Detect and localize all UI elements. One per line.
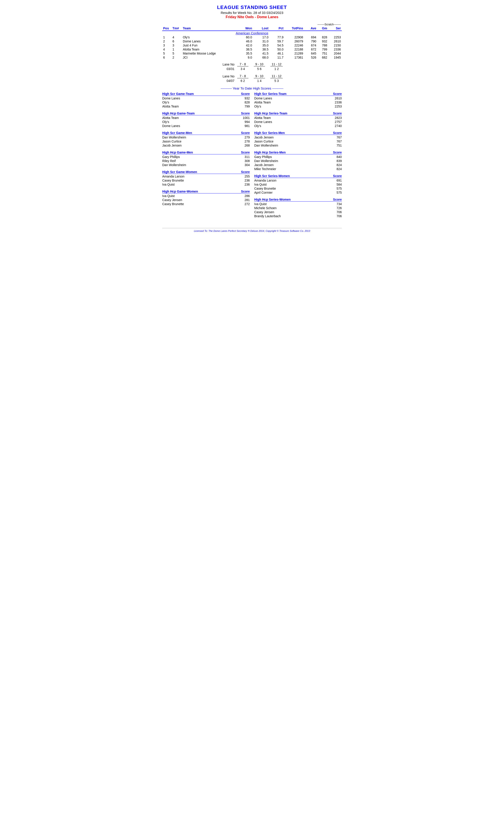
cell-team: Alotta Team (182, 47, 237, 51)
standings-table: --------Scratch-------- Pos Tm# Team Won… (162, 23, 342, 59)
right-section-4-title: High Scr Series-Women (254, 174, 290, 178)
table-row: 5 5 Marinette Moose Lodge 35.5 41.5 46.1… (162, 51, 342, 55)
right-section-5-title: High Hcp Series-Women (254, 198, 291, 201)
score-value: 839 (337, 159, 342, 163)
score-name: Iva Quist (162, 194, 175, 198)
score-entry: Oly's 2253 (254, 104, 342, 108)
right-section-3-title: High Hcp Series-Men (254, 151, 286, 154)
score-name: Jacob Jensen (254, 163, 274, 167)
score-name: Dan Wollersheim (254, 159, 278, 163)
score-name: Jacob Jensen (162, 144, 182, 147)
score-entry: Dan Wollersheim 279 (162, 135, 250, 139)
score-entry: Alotta Team 2336 (254, 100, 342, 104)
left-section-2-title: High Scr Game-Men (162, 131, 192, 135)
lane-no-label-1: Lane No (221, 62, 237, 66)
score-entry: Alotta Team 2823 (254, 116, 342, 120)
score-name: Dome Lanes (162, 124, 180, 128)
right-section-1-section: High Hcp Series-TeamScore Alotta Team 28… (254, 112, 342, 128)
score-name: Casey Brunette (254, 187, 276, 190)
table-row: 4 1 Alotta Team 38.5 38.5 50.0 22188 672… (162, 47, 342, 51)
score-value: 734 (337, 202, 342, 206)
right-section-1-title: High Hcp Series-Team (254, 112, 287, 115)
cell-pos: 1 (162, 35, 171, 39)
right-section-4-header: High Scr Series-WomenScore (254, 174, 342, 178)
ytd-header: ---------- Year To Date High Scores ----… (162, 86, 342, 90)
score-entry: Oly's 2740 (254, 124, 342, 128)
score-entry: Iva Quist 734 (254, 202, 342, 206)
score-value: 1001 (243, 116, 250, 120)
right-section-3-section: High Hcp Series-MenScore Gary Phillips 8… (254, 151, 342, 171)
score-value: 2757 (335, 120, 342, 124)
cell-gm: 799 (317, 47, 328, 51)
score-name: Casey Brunette (162, 179, 184, 182)
score-entry: Iva Quist 584 (254, 182, 342, 186)
score-name: Dome Lanes (162, 96, 180, 100)
cell-lost: 41.5 (253, 51, 269, 55)
lane-range1-val-2: 6 2 (237, 79, 248, 83)
lane-range3-label-1: 11 - 12 (270, 62, 283, 66)
score-name: Alotta Team (254, 101, 271, 104)
score-entry: Oly's 828 (162, 100, 250, 104)
cell-ser: 2253 (328, 35, 342, 39)
score-value: 584 (337, 183, 342, 186)
col-gm: Gm (317, 26, 328, 31)
cell-pos: 4 (162, 47, 171, 51)
page-title: LEAGUE STANDING SHEET (162, 4, 342, 10)
cell-won: 35.5 (237, 51, 253, 55)
lane-range1-label-2: 7 - 8 (237, 74, 248, 78)
score-entry: Jacob Jensen 767 (254, 135, 342, 139)
score-value: 824 (337, 163, 342, 167)
score-entry: Alotta Team 799 (162, 104, 250, 108)
col-pct: Pct (269, 26, 284, 31)
score-entry: Dome Lanes 932 (162, 96, 250, 100)
score-value: 308 (245, 159, 250, 163)
score-name: Jacob Jensen (254, 136, 274, 139)
right-section-4-score-label: Score (333, 174, 342, 178)
left-section-5-title: High Hcp Game-Women (162, 190, 198, 193)
lane-range1-label-1: 7 - 8 (237, 62, 248, 66)
left-section-2-section: High Scr Game-MenScore Dan Wollersheim 2… (162, 131, 250, 147)
score-name: Alotta Team (162, 116, 179, 120)
left-section-4-title: High Scr Game-Women (162, 170, 197, 174)
score-name: Dome Lanes (254, 120, 272, 124)
cell-totpins: 17361 (284, 55, 304, 59)
table-row: 1 4 Oly's 60.0 17.0 77.9 22908 694 828 2… (162, 35, 342, 39)
score-entry: Dome Lanes 2757 (254, 120, 342, 124)
cell-totpins: 22246 (284, 43, 304, 47)
lane-range2-label-2: 9 - 10 (254, 74, 265, 78)
cell-pct: 54.5 (269, 43, 284, 47)
cell-team: JCI (182, 55, 237, 59)
left-section-1-title: High Hcp Game-Team (162, 112, 195, 115)
left-section-5-section: High Hcp Game-WomenScore Iva Quist 286 C… (162, 190, 250, 206)
cell-pct: 11.7 (269, 55, 284, 59)
score-value: 286 (245, 194, 250, 198)
cell-tm: 1 (171, 47, 182, 51)
right-section-1-score-label: Score (333, 112, 342, 115)
score-name: Riley Reif (162, 159, 176, 163)
score-value: 981 (245, 124, 250, 128)
score-name: Dome Lanes (254, 96, 272, 100)
right-section-3-header: High Hcp Series-MenScore (254, 151, 342, 154)
score-entry: Casey Brunette 272 (162, 202, 250, 206)
score-value: 278 (245, 140, 250, 143)
score-value: 2740 (335, 124, 342, 128)
score-value: 932 (245, 96, 250, 100)
cell-pos: 3 (162, 43, 171, 47)
left-section-3-title: High Hcp Game-Men (162, 151, 193, 154)
score-entry: Dan Wollersheim 751 (254, 143, 342, 147)
score-value: 799 (245, 105, 250, 108)
score-value: 304 (245, 163, 250, 167)
score-name: Dan Wollersheim (162, 163, 186, 167)
score-name: Amanda Larson (254, 179, 276, 182)
left-section-3-section: High Hcp Game-MenScore Gary Phillips 311… (162, 151, 250, 167)
left-section-4-header: High Scr Game-WomenScore (162, 170, 250, 174)
score-value: 994 (245, 120, 250, 124)
subtitle: Results for Week No. 28 of 33 03/24/2023 (162, 11, 342, 15)
scores-right: High Scr Series-TeamScore Dome Lanes 261… (252, 92, 342, 221)
cell-totpins: 26079 (284, 39, 304, 43)
right-section-2-section: High Scr Series-MenScore Jacob Jensen 76… (254, 131, 342, 147)
col-team: Team (182, 26, 237, 31)
left-section-0-header: High Scr Game-TeamScore (162, 92, 250, 96)
cell-ave: 790 (304, 39, 317, 43)
cell-ser: 2610 (328, 39, 342, 43)
